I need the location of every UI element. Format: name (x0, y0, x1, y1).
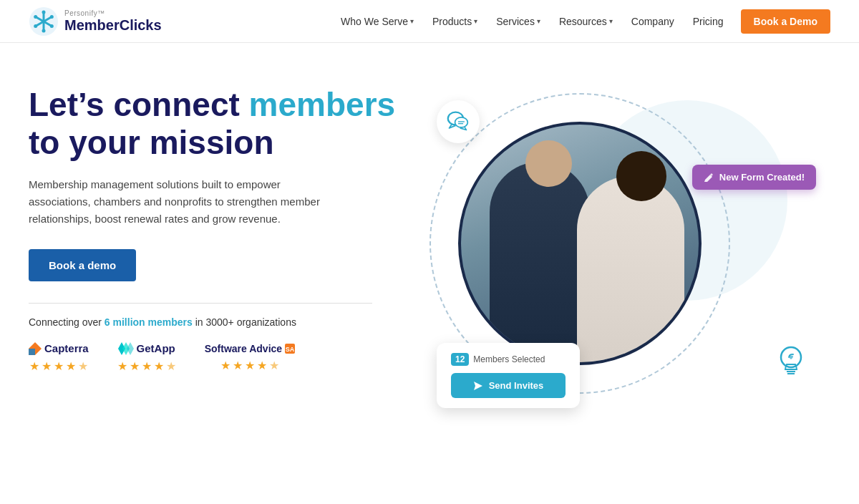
logo-icon (29, 6, 59, 37)
software-advice-logo: Software Advice SA (205, 343, 295, 354)
logo-personify: Personify™ (64, 9, 162, 17)
hero-headline-part2: to your mission (29, 124, 273, 161)
software-advice-stars: ★ ★ ★ ★ ★ (220, 359, 279, 372)
svg-point-6 (34, 15, 37, 19)
social-proof-text: Connecting over 6 million members in 300… (29, 316, 401, 328)
main-content: Let’s connect members to your mission Me… (0, 43, 859, 501)
hero-right: New Form Created! 12 Members Selected (415, 79, 830, 480)
chevron-down-icon: ▾ (537, 17, 540, 25)
photo-circle (458, 122, 702, 365)
getapp-review: GetApp ★ ★ ★ ★ ★ (117, 342, 176, 373)
chevron-down-icon: ▾ (474, 17, 477, 25)
capterra-stars: ★ ★ ★ ★ ★ (29, 359, 88, 373)
hero-headline: Let’s connect members to your mission (29, 86, 401, 162)
svg-point-8 (50, 15, 54, 19)
person-right-head (616, 151, 666, 201)
getapp-logo: GetApp (118, 342, 175, 355)
review-logos: Capterra ★ ★ ★ ★ ★ (29, 342, 401, 373)
person-left (490, 162, 590, 362)
capterra-icon (29, 342, 42, 355)
svg-marker-14 (127, 342, 134, 355)
chevron-down-icon: ▾ (410, 17, 414, 25)
logo-text: Personify™ MemberClicks (64, 9, 162, 33)
main-nav: Who We Serve ▾ Products ▾ Services ▾ Res… (334, 9, 830, 34)
software-advice-icon: SA (285, 344, 295, 354)
svg-marker-11 (29, 349, 35, 355)
lightbulb-icon (773, 344, 809, 379)
chevron-down-icon: ▾ (609, 17, 613, 25)
nav-pricing[interactable]: Pricing (686, 11, 731, 32)
hero-cta-button[interactable]: Book a demo (29, 249, 136, 281)
svg-text:SA: SA (286, 345, 295, 352)
person-left-head (525, 140, 572, 187)
nav-book-demo-button[interactable]: Book a Demo (741, 9, 830, 34)
send-icon (473, 381, 483, 391)
logo[interactable]: Personify™ MemberClicks (29, 6, 162, 37)
svg-point-5 (42, 29, 46, 32)
svg-point-7 (50, 24, 54, 28)
nav-products[interactable]: Products ▾ (425, 11, 485, 32)
capterra-review: Capterra ★ ★ ★ ★ ★ (29, 342, 89, 373)
software-advice-review: Software Advice SA ★ ★ ★ ★ ★ (205, 343, 295, 372)
nav-who-we-serve[interactable]: Who We Serve ▾ (334, 11, 421, 32)
members-selected: 12 Members Selected (451, 353, 566, 366)
svg-point-4 (42, 10, 46, 14)
chat-bubble-icon (437, 100, 480, 143)
hero-left: Let’s connect members to your mission Me… (29, 79, 401, 373)
person-right (577, 176, 684, 362)
send-invites-button[interactable]: Send Invites (451, 373, 566, 398)
send-invites-card: 12 Members Selected Send Invites (437, 343, 580, 408)
nav-services[interactable]: Services ▾ (489, 11, 548, 32)
nav-resources[interactable]: Resources ▾ (552, 11, 620, 32)
getapp-icon (118, 342, 134, 355)
svg-marker-24 (474, 382, 482, 390)
capterra-logo: Capterra (29, 342, 89, 355)
hero-subtext: Membership management solutions built to… (29, 176, 329, 228)
pencil-icon (704, 173, 714, 183)
new-form-badge: New Form Created! (692, 165, 816, 190)
nav-company[interactable]: Company (624, 11, 681, 32)
header: Personify™ MemberClicks Who We Serve ▾ P… (0, 0, 859, 43)
logo-memberclicks: MemberClicks (64, 17, 162, 33)
svg-point-9 (34, 24, 37, 28)
hero-photo (461, 125, 699, 362)
getapp-stars: ★ ★ ★ ★ ★ (117, 359, 176, 373)
divider (29, 303, 372, 304)
svg-point-18 (455, 117, 468, 127)
